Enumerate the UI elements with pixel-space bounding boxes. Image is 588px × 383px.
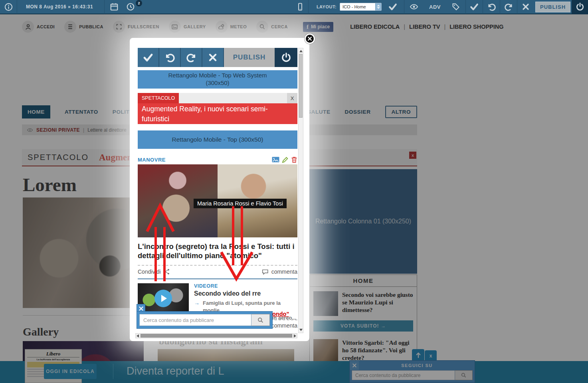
ad-slot-top-web-system[interactable]: Rettangolo Mobile - Top Web System (300x… (138, 70, 297, 89)
modal-toolbar: PUBLISH (138, 48, 297, 67)
confirm-layout-icon[interactable] (382, 0, 404, 14)
scroll-left-icon[interactable] (137, 334, 139, 338)
modal-cancel-button[interactable] (202, 48, 224, 67)
edit-pencil-icon[interactable] (282, 156, 289, 163)
undo-button[interactable] (483, 0, 500, 14)
tag-icon[interactable] (446, 0, 465, 14)
ad-slot-label: Rettangolo Mobile - Top Web System (300x… (161, 72, 275, 87)
select-spinner-icon[interactable] (375, 3, 381, 10)
article-photo: Maria Rosaria Rossi e Flavio Tosi (138, 164, 297, 237)
preview-eye-icon[interactable] (404, 0, 424, 14)
section-row: SPETTACOLO X (138, 93, 297, 103)
scroll-down-icon[interactable] (299, 329, 303, 331)
publish-button[interactable]: PUBLISH (535, 2, 570, 12)
divider (308, 0, 309, 14)
section-close-button[interactable]: X (287, 93, 297, 103)
video-title-link[interactable]: Secondo video del rre (194, 290, 297, 297)
modal-apply-button[interactable] (138, 48, 159, 67)
photo-caption-tooltip: Maria Rosaria Rossi e Flavio Tosi (194, 199, 287, 208)
scroll-up-icon[interactable] (299, 50, 303, 52)
share-button[interactable]: Condividi (138, 268, 170, 275)
ad-slot-top[interactable]: Rettangolo Mobile - Top (300x50) (138, 130, 297, 149)
video-thumbnail[interactable] (138, 283, 189, 314)
modal-power-button[interactable] (275, 48, 297, 67)
edit-image-icon[interactable] (272, 156, 279, 163)
divider (138, 278, 297, 279)
share-row: Condividi commenta (138, 266, 297, 278)
power-button[interactable] (572, 0, 588, 14)
modal-undo-button[interactable] (159, 48, 181, 67)
calendar-icon[interactable] (105, 0, 124, 14)
modal-publish-button[interactable]: PUBLISH (224, 48, 275, 67)
layout-select-value: ICO - Home (340, 4, 375, 9)
delete-trash-icon[interactable] (291, 156, 297, 163)
publish-search-button[interactable] (251, 314, 270, 326)
section-label: SPETTACOLO (138, 93, 179, 103)
modal-body: PUBLISH Rettangolo Mobile - Top Web Syst… (138, 48, 297, 322)
play-icon (154, 290, 172, 307)
scroll-right-icon[interactable] (294, 334, 296, 338)
layout-label: LAYOUT: (317, 4, 337, 9)
category-link[interactable]: MANOVRE (138, 157, 166, 163)
mobile-icon[interactable] (292, 0, 308, 14)
divider (17, 0, 17, 14)
datetime-label: MON 8 Aug 2016 » 16:43:31 (26, 4, 93, 10)
vertical-scroll-thumb[interactable] (299, 54, 303, 118)
horizontal-scroll-thumb[interactable] (141, 334, 292, 338)
info-icon[interactable] (0, 0, 17, 14)
preview-modal: PUBLISH Rettangolo Mobile - Top Web Syst… (130, 38, 309, 341)
modal-horizontal-scrollbar[interactable] (135, 333, 297, 338)
comment-button[interactable]: commenta (262, 268, 297, 275)
modal-vertical-scrollbar[interactable] (298, 48, 303, 333)
modal-article-title[interactable]: L'incontro (segreto) tra la Rossi e Tosi… (138, 242, 297, 260)
top-toolbar: MON 8 Aug 2016 » 16:43:31 2 LAYOUT: ICO … (0, 0, 588, 14)
adv-button[interactable]: ADV (429, 4, 441, 10)
ad-slot-label: Rettangolo Mobile - Top (300x50) (172, 136, 263, 143)
publish-search-input[interactable] (139, 314, 251, 326)
layout-select[interactable]: ICO - Home (340, 3, 382, 11)
redo-button[interactable] (500, 0, 517, 14)
modal-close-button[interactable] (305, 34, 315, 44)
notification-badge: 2 (136, 0, 142, 6)
clock-icon[interactable] (124, 0, 137, 14)
apply-button[interactable] (466, 0, 483, 14)
comment-label: commenta (271, 268, 297, 275)
category-row: MANOVRE (138, 156, 297, 164)
partial-headline-link[interactable]: ondo" (272, 311, 289, 317)
close-layout-icon[interactable] (517, 0, 534, 14)
video-category-link[interactable]: VIDEORE (194, 283, 297, 289)
share-label: Condividi (138, 268, 161, 275)
modal-redo-button[interactable] (181, 48, 202, 67)
section-banner-title[interactable]: Augmented Reality, i nuovi scenari semi-… (138, 103, 297, 124)
